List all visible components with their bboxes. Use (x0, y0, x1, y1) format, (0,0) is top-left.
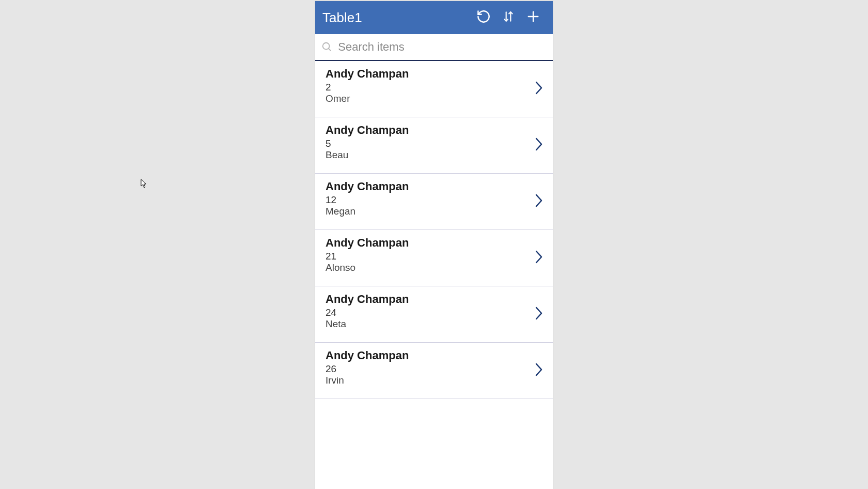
chevron-right-icon (534, 193, 544, 210)
search-bar[interactable] (315, 34, 553, 61)
svg-point-4 (323, 43, 330, 50)
item-number: 12 (326, 194, 542, 206)
cursor-icon (141, 179, 148, 190)
chevron-right-icon (534, 249, 544, 267)
add-button[interactable] (521, 5, 546, 30)
item-name: Irvin (326, 375, 542, 386)
item-title: Andy Champan (326, 67, 542, 81)
item-name: Neta (326, 318, 542, 330)
item-number: 26 (326, 363, 542, 375)
chevron-right-icon (534, 80, 544, 98)
items-list: Andy Champan2OmerAndy Champan5BeauAndy C… (315, 61, 553, 489)
search-icon (320, 41, 334, 53)
list-item[interactable]: Andy Champan12Megan (315, 174, 553, 230)
item-name: Megan (326, 206, 542, 217)
sort-icon (502, 9, 515, 26)
item-title: Andy Champan (326, 124, 542, 137)
item-number: 2 (326, 82, 542, 93)
item-title: Andy Champan (326, 180, 542, 193)
list-item[interactable]: Andy Champan26Irvin (315, 343, 553, 399)
refresh-icon (476, 9, 491, 26)
list-item[interactable]: Andy Champan24Neta (315, 286, 553, 343)
chevron-right-icon (534, 362, 544, 379)
item-name: Omer (326, 93, 542, 104)
svg-line-5 (329, 49, 331, 51)
app-frame: Table1 (315, 1, 553, 489)
search-input[interactable] (334, 40, 548, 54)
list-item[interactable]: Andy Champan5Beau (315, 117, 553, 174)
item-title: Andy Champan (326, 349, 542, 362)
chevron-right-icon (534, 136, 544, 154)
refresh-button[interactable] (471, 5, 496, 30)
item-number: 5 (326, 138, 542, 149)
title-bar: Table1 (315, 1, 553, 34)
item-number: 24 (326, 307, 542, 318)
item-number: 21 (326, 251, 542, 262)
page-title: Table1 (322, 10, 471, 26)
chevron-right-icon (534, 305, 544, 323)
item-title: Andy Champan (326, 293, 542, 306)
item-title: Andy Champan (326, 236, 542, 250)
item-name: Beau (326, 149, 542, 161)
list-item[interactable]: Andy Champan21Alonso (315, 230, 553, 286)
item-name: Alonso (326, 262, 542, 273)
plus-icon (526, 9, 540, 26)
list-item[interactable]: Andy Champan2Omer (315, 61, 553, 117)
sort-button[interactable] (496, 5, 521, 30)
